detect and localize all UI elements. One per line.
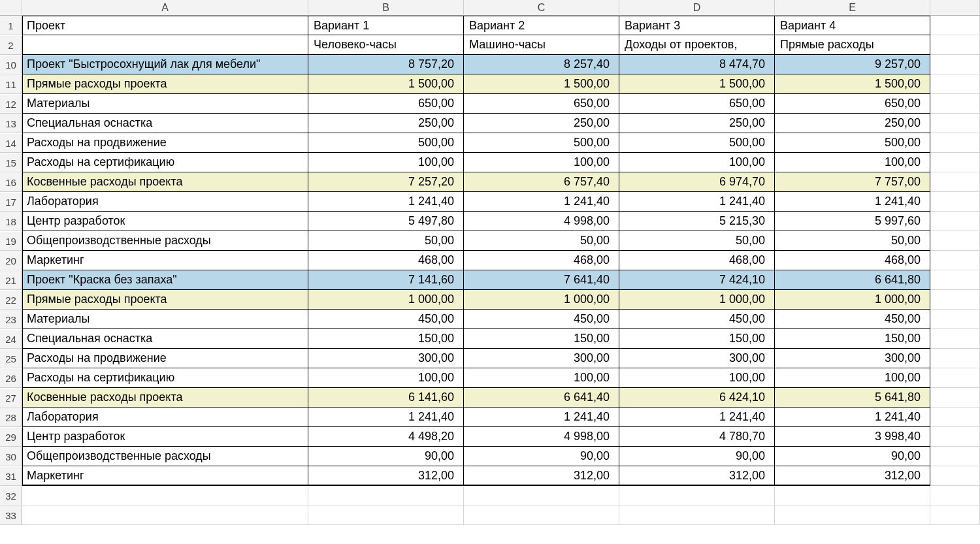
cell-B26[interactable]: 100,00 [308, 368, 464, 388]
cell-C22[interactable]: 1 000,00 [464, 290, 619, 310]
cell-B16[interactable]: 7 257,20 [308, 172, 464, 192]
cell-A27[interactable]: Косвенные расходы проекта [22, 388, 308, 408]
row-header-21[interactable]: 21 [0, 270, 22, 290]
cell-E30[interactable]: 90,00 [775, 447, 930, 466]
cell-E29[interactable]: 3 998,40 [775, 427, 930, 447]
cell-F14[interactable] [930, 133, 980, 153]
cell-A20[interactable]: Маркетинг [22, 251, 308, 270]
cell-E21[interactable]: 6 641,80 [775, 270, 930, 290]
cell-C33[interactable] [464, 505, 619, 525]
cell-F19[interactable] [930, 231, 980, 251]
cell-D24[interactable]: 150,00 [619, 329, 775, 349]
cell-F1[interactable] [930, 16, 980, 35]
row-header-32[interactable]: 32 [0, 486, 22, 505]
cell-B22[interactable]: 1 000,00 [308, 290, 464, 310]
cell-E26[interactable]: 100,00 [775, 368, 930, 388]
spreadsheet-grid[interactable]: A B C D E 1 Проект Вариант 1 Вариант 2 В… [0, 0, 980, 525]
row-header-23[interactable]: 23 [0, 310, 22, 329]
cell-D29[interactable]: 4 780,70 [619, 427, 775, 447]
cell-E11[interactable]: 1 500,00 [775, 74, 930, 94]
cell-B23[interactable]: 450,00 [308, 310, 464, 329]
cell-B31[interactable]: 312,00 [308, 466, 464, 486]
cell-B24[interactable]: 150,00 [308, 329, 464, 349]
cell-D14[interactable]: 500,00 [619, 133, 775, 153]
row-header-27[interactable]: 27 [0, 388, 22, 408]
cell-A2[interactable] [22, 35, 308, 55]
cell-F2[interactable] [930, 35, 980, 55]
cell-B30[interactable]: 90,00 [308, 447, 464, 466]
cell-B28[interactable]: 1 241,40 [308, 408, 464, 427]
cell-B18[interactable]: 5 497,80 [308, 212, 464, 231]
cell-E33[interactable] [775, 505, 930, 525]
cell-D1[interactable]: Вариант 3 [619, 16, 775, 35]
cell-E2[interactable]: Прямые расходы [775, 35, 930, 55]
cell-E17[interactable]: 1 241,40 [775, 192, 930, 212]
cell-D31[interactable]: 312,00 [619, 466, 775, 486]
cell-C2[interactable]: Машино-часы [464, 35, 619, 55]
cell-A16[interactable]: Косвенные расходы проекта [22, 172, 308, 192]
cell-F18[interactable] [930, 212, 980, 231]
cell-B25[interactable]: 300,00 [308, 349, 464, 368]
cell-E32[interactable] [775, 486, 930, 505]
row-header-29[interactable]: 29 [0, 427, 22, 447]
cell-D12[interactable]: 650,00 [619, 94, 775, 114]
select-all-corner[interactable] [0, 0, 22, 16]
column-header-E[interactable]: E [775, 0, 930, 16]
cell-F31[interactable] [930, 466, 980, 486]
cell-E10[interactable]: 9 257,00 [775, 55, 930, 74]
cell-D28[interactable]: 1 241,40 [619, 408, 775, 427]
cell-D21[interactable]: 7 424,10 [619, 270, 775, 290]
column-header-remainder[interactable] [930, 0, 980, 16]
cell-C13[interactable]: 250,00 [464, 114, 619, 133]
cell-A30[interactable]: Общепроизводственные расходы [22, 447, 308, 466]
cell-B14[interactable]: 500,00 [308, 133, 464, 153]
cell-D10[interactable]: 8 474,70 [619, 55, 775, 74]
cell-C17[interactable]: 1 241,40 [464, 192, 619, 212]
cell-F28[interactable] [930, 408, 980, 427]
cell-E14[interactable]: 500,00 [775, 133, 930, 153]
cell-D16[interactable]: 6 974,70 [619, 172, 775, 192]
cell-B2[interactable]: Человеко-часы [308, 35, 464, 55]
cell-A25[interactable]: Расходы на продвижение [22, 349, 308, 368]
row-header-12[interactable]: 12 [0, 94, 22, 114]
cell-A12[interactable]: Материалы [22, 94, 308, 114]
cell-F25[interactable] [930, 349, 980, 368]
cell-E24[interactable]: 150,00 [775, 329, 930, 349]
cell-B29[interactable]: 4 498,20 [308, 427, 464, 447]
cell-A26[interactable]: Расходы на сертификацию [22, 368, 308, 388]
cell-F32[interactable] [930, 486, 980, 505]
cell-B13[interactable]: 250,00 [308, 114, 464, 133]
cell-E12[interactable]: 650,00 [775, 94, 930, 114]
cell-F22[interactable] [930, 290, 980, 310]
cell-C21[interactable]: 7 641,40 [464, 270, 619, 290]
cell-C30[interactable]: 90,00 [464, 447, 619, 466]
cell-E28[interactable]: 1 241,40 [775, 408, 930, 427]
row-header-20[interactable]: 20 [0, 251, 22, 270]
cell-B33[interactable] [308, 505, 464, 525]
cell-C16[interactable]: 6 757,40 [464, 172, 619, 192]
cell-D17[interactable]: 1 241,40 [619, 192, 775, 212]
cell-B15[interactable]: 100,00 [308, 153, 464, 172]
cell-F16[interactable] [930, 172, 980, 192]
cell-B1[interactable]: Вариант 1 [308, 16, 464, 35]
cell-F29[interactable] [930, 427, 980, 447]
cell-F21[interactable] [930, 270, 980, 290]
cell-C20[interactable]: 468,00 [464, 251, 619, 270]
cell-D27[interactable]: 6 424,10 [619, 388, 775, 408]
row-header-24[interactable]: 24 [0, 329, 22, 349]
cell-C18[interactable]: 4 998,00 [464, 212, 619, 231]
cell-C10[interactable]: 8 257,40 [464, 55, 619, 74]
cell-C15[interactable]: 100,00 [464, 153, 619, 172]
cell-F12[interactable] [930, 94, 980, 114]
row-header-18[interactable]: 18 [0, 212, 22, 231]
cell-B10[interactable]: 8 757,20 [308, 55, 464, 74]
cell-D30[interactable]: 90,00 [619, 447, 775, 466]
cell-F24[interactable] [930, 329, 980, 349]
row-header-28[interactable]: 28 [0, 408, 22, 427]
cell-F11[interactable] [930, 74, 980, 94]
cell-C28[interactable]: 1 241,40 [464, 408, 619, 427]
cell-F33[interactable] [930, 505, 980, 525]
cell-E31[interactable]: 312,00 [775, 466, 930, 486]
cell-D33[interactable] [619, 505, 775, 525]
cell-E25[interactable]: 300,00 [775, 349, 930, 368]
